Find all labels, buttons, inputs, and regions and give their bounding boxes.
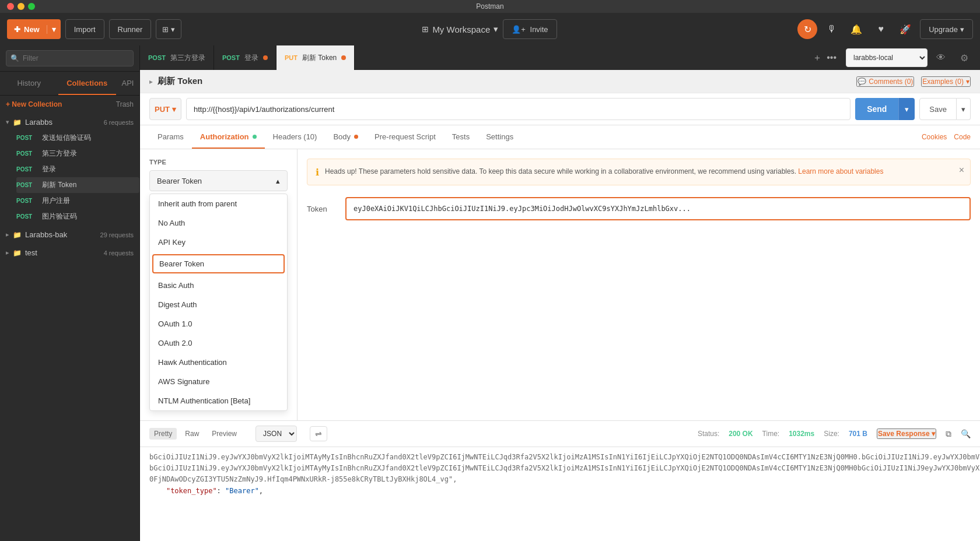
tab-post-third[interactable]: POST 第三方登录 bbox=[140, 45, 214, 70]
send-button[interactable]: Send bbox=[855, 98, 898, 120]
sync-button[interactable]: ↻ bbox=[797, 19, 817, 39]
tab-actions: ＋ ••• larabbs-local 👁 ⚙ bbox=[807, 48, 980, 68]
auth-left-panel: TYPE Bearer Token ▴ Inherit auth from pa… bbox=[140, 149, 298, 420]
interceptor-button[interactable]: 🎙 bbox=[822, 19, 842, 39]
sub-tab-body[interactable]: Body bbox=[325, 125, 366, 149]
alert-close-button[interactable]: × bbox=[959, 165, 964, 175]
request-item[interactable]: POST 登录 bbox=[16, 161, 139, 177]
dropdown-option-oauth1[interactable]: OAuth 1.0 bbox=[150, 314, 287, 333]
trash-button[interactable]: Trash bbox=[116, 100, 134, 108]
preview-btn[interactable]: Preview bbox=[207, 428, 242, 440]
more-tabs-button[interactable]: ••• bbox=[827, 52, 836, 63]
upgrade-button[interactable]: Upgrade ▾ bbox=[920, 19, 973, 39]
invite-button[interactable]: 👤+ Invite bbox=[503, 19, 556, 39]
token-input[interactable] bbox=[345, 197, 971, 220]
app-title: Postman bbox=[476, 2, 503, 10]
tabs-bar: POST 第三方登录 POST 登录 PUT 刷新 Token ＋ ••• la… bbox=[140, 45, 980, 70]
tab-post-login[interactable]: POST 登录 bbox=[214, 45, 276, 70]
collection-larabbs-bak-header[interactable]: ▸ 📁 Larabbs-bak 29 requests bbox=[0, 227, 139, 243]
request-item-active[interactable]: POST 刷新 Token bbox=[16, 177, 139, 193]
minimize-button[interactable] bbox=[18, 3, 24, 10]
new-button-dropdown[interactable]: ▾ bbox=[47, 25, 61, 34]
auth-type-selector[interactable]: Bearer Token ▴ bbox=[149, 170, 288, 191]
heart-button[interactable]: ♥ bbox=[871, 19, 891, 39]
settings-button[interactable]: ⚙ bbox=[954, 48, 974, 68]
sidebar-tab-collections[interactable]: Collections bbox=[58, 72, 117, 95]
collection-larabbs-header[interactable]: ▾ 📁 Larabbs 6 requests bbox=[0, 114, 139, 130]
method-badge: POST bbox=[16, 182, 37, 188]
dropdown-option-oauth2[interactable]: OAuth 2.0 bbox=[150, 333, 287, 353]
request-item[interactable]: POST 用户注册 bbox=[16, 193, 139, 209]
auth-panel: TYPE Bearer Token ▴ Inherit auth from pa… bbox=[140, 149, 980, 420]
request-item[interactable]: POST 发送短信验证码 bbox=[16, 130, 139, 146]
examples-button[interactable]: Examples (0) ▾ bbox=[921, 76, 971, 87]
tab-unsaved-dot bbox=[341, 55, 346, 60]
maximize-button[interactable] bbox=[28, 3, 35, 10]
tab-put-refresh[interactable]: PUT 刷新 Token bbox=[276, 45, 355, 70]
request-item[interactable]: POST 第三方登录 bbox=[16, 146, 139, 161]
time-label: Time: bbox=[762, 430, 780, 438]
request-item[interactable]: POST 图片验证码 bbox=[16, 209, 139, 224]
wrap-button[interactable]: ⇌ bbox=[310, 426, 327, 441]
alert-link[interactable]: Learn more about variables bbox=[798, 167, 883, 175]
language-select[interactable]: JSON bbox=[256, 426, 297, 442]
sub-tab-authorization[interactable]: Authorization bbox=[192, 125, 265, 149]
dropdown-option-noauth[interactable]: No Auth bbox=[150, 213, 287, 233]
new-collection-button[interactable]: + New Collection bbox=[6, 100, 62, 108]
url-input[interactable] bbox=[186, 98, 850, 120]
method-select[interactable]: PUT ▾ bbox=[149, 98, 181, 120]
sidebar-search-area: 🔍 bbox=[0, 45, 139, 72]
sidebar-tab-history[interactable]: History bbox=[0, 72, 58, 95]
dropdown-option-apikey[interactable]: API Key bbox=[150, 233, 287, 252]
save-button[interactable]: Save bbox=[919, 98, 957, 120]
dropdown-option-inherit[interactable]: Inherit auth from parent bbox=[150, 194, 287, 213]
copy-response-button[interactable]: ⧉ bbox=[946, 429, 951, 439]
collection-test-name: test bbox=[25, 248, 100, 257]
send-dropdown-button[interactable]: ▾ bbox=[898, 98, 915, 120]
pretty-btn[interactable]: Pretty bbox=[149, 428, 177, 440]
dropdown-option-bearer[interactable]: Bearer Token bbox=[152, 254, 285, 273]
raw-btn[interactable]: Raw bbox=[180, 428, 204, 440]
search-response-button[interactable]: 🔍 bbox=[961, 429, 971, 438]
token-row: Token bbox=[307, 197, 971, 220]
request-name: 刷新 Token bbox=[42, 180, 76, 190]
size-label: Size: bbox=[824, 430, 839, 438]
sub-tab-headers[interactable]: Headers (10) bbox=[265, 125, 326, 149]
builder-button[interactable]: ⊞ ▾ bbox=[156, 19, 181, 39]
save-response-button[interactable]: Save Response ▾ bbox=[877, 428, 936, 439]
search-input[interactable] bbox=[6, 50, 134, 66]
collection-larabbs-count: 6 requests bbox=[104, 119, 134, 126]
sub-tab-params[interactable]: Params bbox=[149, 125, 192, 149]
sub-tab-tests[interactable]: Tests bbox=[444, 125, 478, 149]
new-button-main[interactable]: ✚New bbox=[7, 25, 47, 34]
collection-test-header[interactable]: ▸ 📁 test 4 requests bbox=[0, 245, 139, 261]
dropdown-option-digest[interactable]: Digest Auth bbox=[150, 295, 287, 314]
sub-tab-settings[interactable]: Settings bbox=[478, 125, 522, 149]
dropdown-option-basic[interactable]: Basic Auth bbox=[150, 276, 287, 295]
save-dropdown-button[interactable]: ▾ bbox=[957, 98, 971, 120]
send-button-group: Send ▾ bbox=[855, 98, 915, 120]
sidebar-tab-api[interactable]: API bbox=[116, 72, 139, 95]
rocket-button[interactable]: 🚀 bbox=[895, 19, 915, 39]
notification-button[interactable]: 🔔 bbox=[846, 19, 866, 39]
dropdown-option-hawk[interactable]: Hawk Authentication bbox=[150, 353, 287, 372]
add-tab-button[interactable]: ＋ bbox=[813, 52, 822, 64]
code-link[interactable]: Code bbox=[954, 133, 971, 141]
import-button[interactable]: Import bbox=[65, 19, 104, 39]
status-value: 200 OK bbox=[729, 430, 752, 438]
selected-type-label: Bearer Token bbox=[157, 177, 202, 185]
dropdown-option-ntlm[interactable]: NTLM Authentication [Beta] bbox=[150, 391, 287, 410]
request-name: 发送短信验证码 bbox=[42, 133, 91, 143]
environment-select[interactable]: larabbs-local bbox=[846, 48, 928, 67]
runner-button[interactable]: Runner bbox=[109, 19, 152, 39]
method-badge: POST bbox=[16, 150, 37, 157]
close-button[interactable] bbox=[7, 3, 14, 10]
workspace-button[interactable]: ⊞ My Workspace ▾ bbox=[422, 24, 498, 34]
cookies-link[interactable]: Cookies bbox=[922, 133, 947, 141]
comments-button[interactable]: 💬 Comments (0) bbox=[856, 76, 914, 87]
toggle-icon[interactable]: ▸ bbox=[149, 78, 153, 86]
dropdown-option-aws[interactable]: AWS Signature bbox=[150, 372, 287, 391]
eye-button[interactable]: 👁 bbox=[931, 48, 951, 68]
alert-text: Heads up! These parameters hold sensitiv… bbox=[325, 166, 883, 177]
sub-tab-pre-request[interactable]: Pre-request Script bbox=[366, 125, 444, 149]
